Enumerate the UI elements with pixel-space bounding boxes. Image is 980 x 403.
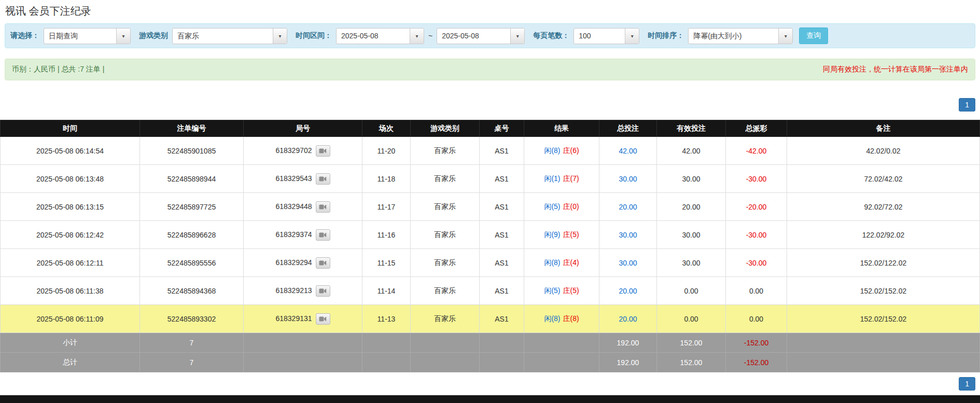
total-bet-link[interactable]: 20.00: [619, 315, 637, 323]
round-id: 618329294: [275, 258, 312, 266]
bet-id: 522485898944: [167, 175, 216, 183]
round-video-button[interactable]: [316, 201, 330, 213]
pagination-bottom: 1: [5, 377, 975, 391]
cell-valid-bet: 30.00: [657, 249, 726, 277]
table-row: 2025-05-08 06:13:15 522485897725 6183294…: [1, 193, 980, 221]
session-number: 11-18: [377, 175, 396, 183]
cell-total-bet: 20.00: [599, 193, 657, 221]
chevron-down-icon[interactable]: ▾: [116, 29, 130, 44]
summary-bar: 币别：人民币 | 总共 :7 注单 | 同局有效投注，统一计算在该局第一张注单内: [5, 59, 975, 80]
chevron-down-icon[interactable]: ▾: [778, 29, 792, 44]
round-video-button[interactable]: [316, 229, 330, 241]
cell-payout: -30.00: [726, 249, 787, 277]
table-row: 2025-05-08 06:12:11 522485895556 6183292…: [1, 249, 980, 277]
bet-id: 522485894368: [167, 287, 216, 295]
total-bet-link[interactable]: 30.00: [619, 231, 637, 239]
table-number: AS1: [495, 203, 508, 211]
session-number: 11-20: [377, 147, 396, 155]
payout-amount: -30.00: [746, 175, 767, 183]
bet-time: 2025-05-08 06:12:11: [37, 259, 104, 267]
result-player: 闲(1): [544, 174, 560, 183]
payout-amount: -30.00: [746, 259, 767, 267]
page-size-value: 100: [574, 29, 625, 44]
total-bet-link[interactable]: 30.00: [619, 175, 637, 183]
date-from-value: 2025-05-08: [337, 29, 410, 44]
chevron-down-icon[interactable]: ▾: [410, 29, 424, 44]
cell-valid-bet: 0.00: [657, 277, 726, 305]
pagination-page-button[interactable]: 1: [959, 98, 975, 112]
cell-session: 11-16: [362, 221, 411, 249]
bet-id: 522485893302: [167, 315, 216, 323]
page-size-select[interactable]: 100 ▾: [573, 28, 639, 44]
cell-valid-bet: 20.00: [657, 193, 726, 221]
cell-game-type: 百家乐: [411, 137, 480, 165]
valid-bet: 30.00: [682, 231, 700, 239]
result-banker: 庄(0): [563, 202, 579, 211]
video-icon: [319, 260, 327, 266]
column-header-total-bet: 总投注: [599, 120, 657, 137]
total-bet-link[interactable]: 20.00: [619, 203, 637, 211]
table-header-row: 时间 注单编号 局号 场次 游戏类别 桌号 结果 总投注 有效投注 总派彩 备注: [1, 120, 980, 137]
query-type-label: 请选择：: [10, 31, 39, 40]
video-icon: [319, 148, 327, 154]
total-bet-link[interactable]: 20.00: [619, 287, 637, 295]
chevron-down-icon[interactable]: ▾: [510, 29, 524, 44]
pagination-top: 1: [5, 98, 975, 112]
cell-session: 11-18: [362, 165, 411, 193]
table-number: AS1: [495, 287, 508, 295]
total-bet-link[interactable]: 42.00: [619, 147, 637, 155]
round-video-button[interactable]: [316, 257, 330, 269]
bet-id: 522485896628: [167, 231, 216, 239]
round-video-button[interactable]: [316, 145, 330, 157]
sort-order-select[interactable]: 降幂(由大到小) ▾: [688, 28, 793, 44]
cell-result: 闲(5)庄(0): [524, 193, 599, 221]
game-type-select[interactable]: 百家乐 ▾: [172, 28, 287, 44]
column-header-remark: 备注: [787, 120, 980, 137]
cell-session: 11-17: [362, 193, 411, 221]
round-video-button[interactable]: [316, 313, 330, 325]
game-type: 百家乐: [434, 286, 456, 295]
result-banker: 庄(7): [563, 174, 579, 183]
page-root: 视讯 会员下注纪录 请选择： 日期查询 ▾ 游戏类别 百家乐 ▾ 时间区间： 2…: [0, 0, 980, 403]
round-video-button[interactable]: [316, 173, 330, 185]
chevron-down-icon[interactable]: ▾: [625, 29, 639, 44]
cell-round-id: 618329374: [244, 221, 362, 249]
bet-id: 522485901085: [167, 147, 216, 155]
total-bet-link[interactable]: 30.00: [619, 259, 637, 267]
column-header-bet-id: 注单编号: [140, 120, 244, 137]
cell-round-id: 618329448: [244, 193, 362, 221]
cell-time: 2025-05-08 06:12:42: [1, 221, 140, 249]
query-type-select[interactable]: 日期查询 ▾: [44, 28, 131, 44]
round-video-button[interactable]: [316, 285, 330, 297]
search-button[interactable]: 查询: [799, 27, 828, 44]
cell-bet-id: 522485898944: [140, 165, 244, 193]
table-number: AS1: [495, 315, 508, 323]
column-header-valid-bet: 有效投注: [657, 120, 726, 137]
currency-summary-text: 币别：人民币 | 总共 :7 注单 |: [12, 65, 104, 74]
pagination-page-button[interactable]: 1: [959, 377, 975, 391]
grand-total-empty-cell: [362, 353, 411, 372]
game-type: 百家乐: [434, 202, 456, 211]
result-banker: 庄(6): [563, 146, 579, 155]
cell-time: 2025-05-08 06:14:54: [1, 137, 140, 165]
result-player: 闲(8): [544, 258, 560, 267]
sort-order-value: 降幂(由大到小): [689, 29, 778, 44]
bet-time: 2025-05-08 06:12:42: [36, 231, 104, 239]
cell-table-no: AS1: [480, 193, 524, 221]
cell-game-type: 百家乐: [411, 305, 480, 333]
remark-text: 152.02/122.02: [860, 259, 907, 267]
remark-text: 152.02/152.02: [860, 287, 907, 295]
result-banker: 庄(5): [563, 286, 579, 295]
date-from-picker[interactable]: 2025-05-08 ▾: [336, 28, 424, 44]
column-header-table-no: 桌号: [480, 120, 524, 137]
cell-table-no: AS1: [480, 137, 524, 165]
cell-remark: 122.02/92.02: [787, 221, 980, 249]
cell-remark: 152.02/152.02: [787, 305, 980, 333]
result-player: 闲(8): [544, 146, 560, 155]
chevron-down-icon[interactable]: ▾: [273, 29, 287, 44]
cell-total-bet: 20.00: [599, 277, 657, 305]
session-number: 11-14: [377, 287, 396, 295]
date-to-picker[interactable]: 2025-05-08 ▾: [437, 28, 525, 44]
remark-text: 92.02/72.02: [864, 203, 903, 211]
cell-result: 闲(8)庄(4): [524, 249, 599, 277]
